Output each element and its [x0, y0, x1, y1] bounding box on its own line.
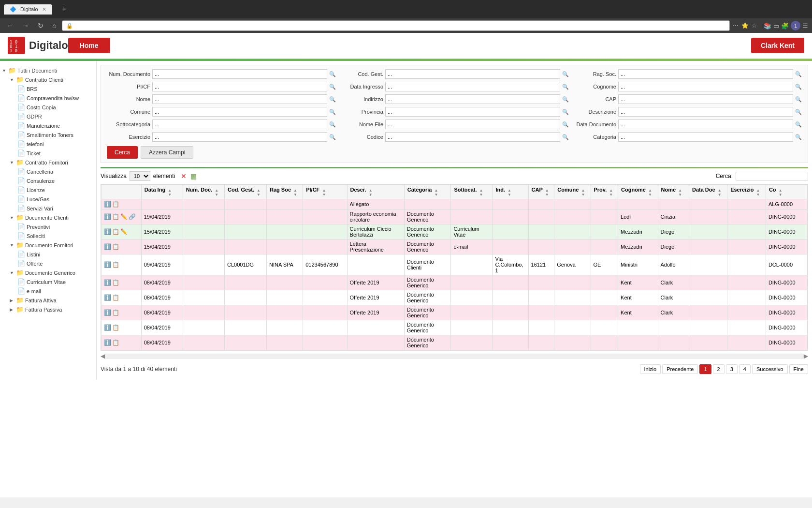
page-4-btn[interactable]: 4	[739, 364, 751, 374]
search-icon-descrizione[interactable]: 🔍	[795, 109, 802, 115]
input-categoria[interactable]	[618, 132, 793, 142]
search-icon-comune[interactable]: 🔍	[329, 109, 336, 115]
browser-tab-active[interactable]: 🔷 Digitalo ✕	[4, 4, 52, 15]
sidebar-item-offerte[interactable]: 📄Offerte	[15, 259, 96, 268]
copy-icon[interactable]: 📋	[112, 213, 119, 220]
col-prov[interactable]: Prov. ▲▼	[591, 185, 618, 199]
browser-tab-new[interactable]: +	[56, 3, 72, 15]
sidebar-item-curriculum[interactable]: 📄Curriculum Vitae	[15, 277, 96, 286]
col-data-doc[interactable]: Data Doc ▲▼	[689, 185, 727, 199]
copy-icon[interactable]: 📋	[112, 339, 119, 346]
export-icon-grid[interactable]: ▦	[190, 172, 197, 180]
search-icon-num-doc[interactable]: 🔍	[329, 71, 336, 77]
sidebar-item-documento-generico[interactable]: ▼ 📁 Documento Generico	[8, 268, 96, 277]
info-icon[interactable]: ℹ️	[104, 279, 111, 286]
info-icon[interactable]: ℹ️	[104, 294, 111, 301]
address-input[interactable]	[75, 22, 725, 29]
sidebar-item-gdpr[interactable]: 📄GDPR	[15, 112, 96, 121]
export-icon-x[interactable]: ✕	[181, 172, 187, 180]
input-nome[interactable]	[152, 94, 327, 104]
info-icon[interactable]: ℹ️	[104, 261, 111, 268]
library-icon[interactable]: 📚	[764, 22, 771, 30]
input-comune[interactable]	[152, 107, 327, 117]
sidebar-toggle-icon[interactable]: ▭	[773, 22, 779, 30]
sidebar-item-brs[interactable]: 📄BRS	[15, 84, 96, 93]
sidebar-item-servizi-vari[interactable]: 📄Servizi Vari	[15, 204, 96, 213]
tab-close-btn[interactable]: ✕	[42, 6, 46, 13]
search-icon-provincia[interactable]: 🔍	[562, 109, 569, 115]
input-provincia[interactable]	[385, 107, 560, 117]
input-cap[interactable]	[618, 94, 793, 104]
page-fine-btn[interactable]: Fine	[789, 364, 808, 374]
sidebar-item-email[interactable]: 📄e-mail	[15, 286, 96, 296]
col-esercizio[interactable]: Esercizio ▲▼	[727, 185, 766, 199]
col-pivcf[interactable]: PI/CF ▲▼	[303, 185, 347, 199]
input-data-documento[interactable]	[618, 120, 793, 129]
search-icon-data-documento[interactable]: 🔍	[795, 121, 802, 128]
input-cod-gest[interactable]	[385, 69, 560, 79]
copy-icon[interactable]: 📋	[112, 294, 119, 301]
input-pivcf[interactable]	[152, 82, 327, 91]
scroll-right-icon[interactable]: ▶	[804, 353, 808, 359]
info-icon[interactable]: ℹ️	[104, 309, 111, 316]
col-cod-gest[interactable]: Cod. Gest. ▲▼	[225, 185, 267, 199]
info-icon[interactable]: ℹ️	[104, 324, 111, 331]
address-bar[interactable]: 🔒	[62, 20, 730, 31]
sidebar-item-telefoni[interactable]: 📄telefoni	[15, 139, 96, 149]
input-indirizzo[interactable]	[385, 94, 560, 104]
search-icon-pivcf[interactable]: 🔍	[329, 84, 336, 90]
scroll-left-icon[interactable]: ◀	[101, 353, 105, 359]
input-esercizio[interactable]	[152, 132, 327, 142]
bookmark-icon[interactable]: ⭐	[741, 22, 749, 29]
nav-back-btn[interactable]: ←	[4, 21, 16, 30]
sidebar-item-manutenzione[interactable]: 📄Manutenzione	[15, 121, 96, 130]
nav-forward-btn[interactable]: →	[19, 21, 32, 30]
search-icon-codice[interactable]: 🔍	[562, 134, 569, 140]
col-cap[interactable]: CAP ▲▼	[528, 185, 554, 199]
menu-hamburger-icon[interactable]: ☰	[802, 22, 808, 30]
search-icon-sottocategoria[interactable]: 🔍	[329, 121, 336, 128]
edit-icon[interactable]: ✏️	[120, 213, 128, 220]
sidebar-item-preventivi[interactable]: 📄Preventivi	[15, 222, 96, 231]
copy-icon[interactable]: 📋	[112, 243, 119, 250]
page-3-btn[interactable]: 3	[726, 364, 738, 374]
info-icon[interactable]: ℹ️	[104, 201, 111, 208]
input-data-ingresso[interactable]	[385, 82, 560, 91]
link-icon[interactable]: 🔗	[129, 213, 136, 220]
input-nome-file[interactable]	[385, 120, 560, 129]
page-inizio-btn[interactable]: Inizio	[640, 364, 661, 374]
sidebar-item-listini[interactable]: 📄Listini	[15, 250, 96, 259]
col-cognome[interactable]: Cognome ▲▼	[618, 185, 658, 199]
sidebar-item-contratto-fornitori[interactable]: ▼ 📁 Contratto Fornitori	[8, 158, 96, 167]
sidebar-item-luce-gas[interactable]: 📄Luce/Gas	[15, 194, 96, 204]
col-descr[interactable]: Descr. ▲▼	[347, 185, 404, 199]
sidebar-item-costo-copia[interactable]: 📄Costo Copia	[15, 103, 96, 112]
search-icon-data-ingresso[interactable]: 🔍	[562, 84, 569, 90]
tree-root[interactable]: ▼ 📁 Tutti i Documenti ▼ 📁 Contratto Clie…	[0, 65, 96, 315]
input-descrizione[interactable]	[618, 107, 793, 117]
sidebar-item-documento-clienti[interactable]: ▼ 📁 Documento Clienti	[8, 213, 96, 222]
menu-icon[interactable]: ⋯	[733, 22, 739, 29]
user-button[interactable]: Clark Kent	[751, 38, 804, 53]
nav-home-btn[interactable]: ⌂	[49, 21, 59, 30]
copy-icon[interactable]: 📋	[112, 279, 119, 286]
table-search-input[interactable]	[736, 172, 808, 180]
copy-icon[interactable]: 📋	[112, 261, 119, 268]
info-icon[interactable]: ℹ️	[104, 228, 111, 235]
col-num-doc[interactable]: Num. Doc. ▲▼	[183, 185, 224, 199]
search-icon-cod-gest[interactable]: 🔍	[562, 71, 569, 77]
nav-refresh-btn[interactable]: ↻	[35, 21, 46, 30]
sidebar-item-cancelleria[interactable]: 📄Cancelleria	[15, 167, 96, 176]
page-2-btn[interactable]: 2	[713, 364, 725, 374]
sidebar-item-fattura-passiva[interactable]: ▶ 📁 Fattura Passiva	[8, 305, 96, 314]
input-num-documento[interactable]	[152, 69, 327, 79]
sidebar-item-smaltimento[interactable]: 📄Smaltimento Toners	[15, 130, 96, 139]
col-comune[interactable]: Comune ▲▼	[554, 185, 591, 199]
search-icon-esercizio[interactable]: 🔍	[329, 134, 336, 140]
input-codice[interactable]	[385, 132, 560, 142]
sidebar-item-solleciti[interactable]: 📄Solleciti	[15, 231, 96, 240]
search-icon-nome-file[interactable]: 🔍	[562, 121, 569, 128]
sidebar-item-contratto-clienti[interactable]: ▼ 📁 Contratto Clienti	[8, 75, 96, 84]
page-successivo-btn[interactable]: Successivo	[752, 364, 788, 374]
page-precedente-btn[interactable]: Precedente	[662, 364, 698, 374]
